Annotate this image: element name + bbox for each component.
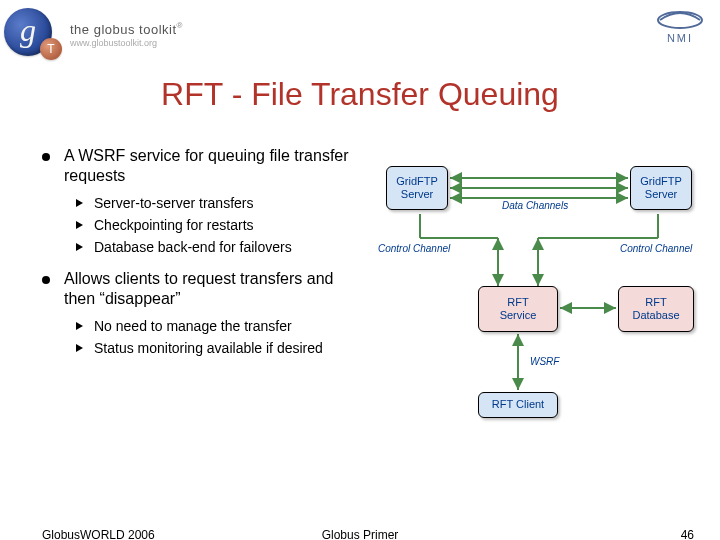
bullet-1-sub-2: Checkpointing for restarts [76, 216, 362, 234]
logo-sub: www.globustoolkit.org [70, 38, 182, 48]
slide-title: RFT - File Transfer Queuing [0, 76, 720, 113]
bullet-1: A WSRF service for queuing file transfer… [42, 146, 362, 257]
bullet-2-sub-2: Status monitoring available if desired [76, 339, 362, 357]
rft-service-box: RFT Service [478, 286, 558, 332]
rft-client-box: RFT Client [478, 392, 558, 418]
rft-database-box: RFT Database [618, 286, 694, 332]
bullet-1-text: A WSRF service for queuing file transfer… [64, 147, 349, 184]
bullet-1-sub-1: Server-to-server transfers [76, 194, 362, 212]
data-channels-label: Data Channels [502, 200, 568, 211]
svg-point-0 [658, 12, 702, 28]
nmi-icon [656, 10, 704, 30]
gridftp-server-2: GridFTP Server [630, 166, 692, 210]
wsrf-label: WSRF [530, 356, 559, 367]
bullet-2: Allows clients to request transfers and … [42, 269, 362, 357]
control-channel-label-left: Control Channel [378, 243, 450, 254]
logo-text: the globus toolkit [70, 22, 177, 37]
diagram: GridFTP Server GridFTP Server Data Chann… [380, 158, 700, 438]
nmi-text: NMI [667, 32, 693, 44]
gridftp-server-1: GridFTP Server [386, 166, 448, 210]
globus-logo: the globus toolkit® www.globustoolkit.or… [4, 8, 182, 56]
bullet-2-sub-1: No need to manage the transfer [76, 317, 362, 335]
nmi-logo: NMI [656, 10, 704, 44]
slide: the globus toolkit® www.globustoolkit.or… [0, 0, 720, 540]
logo-reg: ® [177, 21, 183, 30]
bullet-2-text: Allows clients to request transfers and … [64, 270, 333, 307]
globus-text: the globus toolkit® www.globustoolkit.or… [70, 20, 182, 48]
globus-t-icon [40, 38, 62, 60]
header: the globus toolkit® www.globustoolkit.or… [0, 0, 720, 70]
footer-right: 46 [681, 528, 694, 540]
control-channel-label-right: Control Channel [620, 243, 692, 254]
footer-center: Globus Primer [0, 528, 720, 540]
bullet-1-sub-3: Database back-end for failovers [76, 238, 362, 256]
body-text: A WSRF service for queuing file transfer… [42, 146, 362, 369]
